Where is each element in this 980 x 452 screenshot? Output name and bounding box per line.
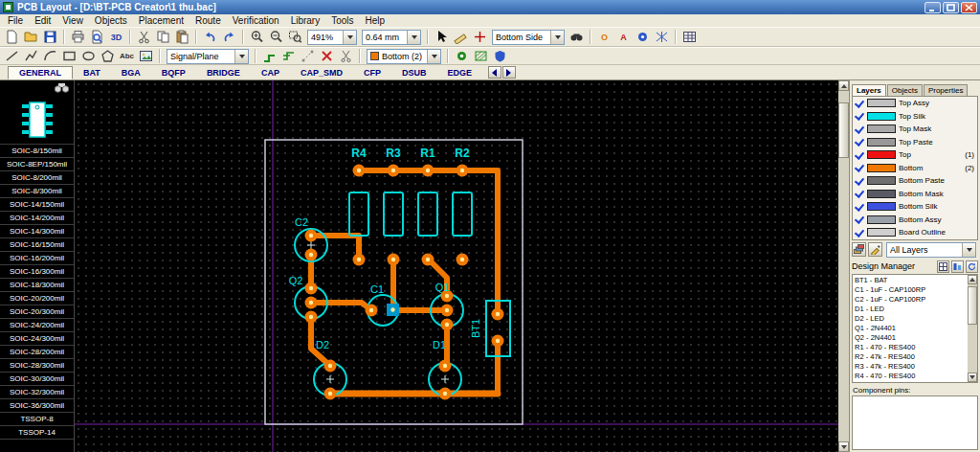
line-tool-button[interactable]: [3, 48, 21, 64]
component-list-scrollbar[interactable]: [968, 275, 977, 382]
image-tool-button[interactable]: [137, 48, 155, 64]
library-item[interactable]: SOIC-28/300mil: [0, 359, 74, 373]
tab-objects[interactable]: Objects: [887, 84, 923, 96]
chevron-down-icon[interactable]: [407, 31, 420, 44]
menu-objects[interactable]: Objects: [89, 15, 133, 26]
library-item[interactable]: SOIC-32/300mil: [0, 386, 74, 399]
arc-tool-button[interactable]: [41, 48, 59, 64]
paste-button[interactable]: [173, 29, 191, 45]
component-grid-button[interactable]: [937, 260, 949, 273]
component-list-item[interactable]: D2 - LED: [855, 314, 968, 324]
selected-pad[interactable]: [387, 304, 399, 316]
scroll-up-button[interactable]: [968, 275, 977, 284]
layer-filter-combo[interactable]: All Layers: [886, 242, 976, 258]
print-button[interactable]: [69, 29, 87, 45]
layer-visibility-checkbox[interactable]: [854, 215, 864, 225]
layer-color-swatch[interactable]: [867, 112, 896, 121]
component-list-item[interactable]: R4 - 470 - RES400: [855, 372, 968, 381]
menu-view[interactable]: View: [56, 15, 89, 26]
library-item[interactable]: SOIC-16/300mil: [0, 265, 74, 279]
layer-row[interactable]: Bottom Paste: [853, 174, 977, 188]
library-item[interactable]: SOIC-28/200mil: [0, 346, 74, 359]
library-item[interactable]: SOIC-36/300mil: [0, 399, 74, 413]
refresh-list-button[interactable]: [966, 260, 978, 273]
active-layer-combo[interactable]: Bottom (2): [367, 49, 441, 64]
layer-edit-button[interactable]: [868, 242, 882, 257]
tab-properties[interactable]: Properties: [924, 84, 968, 96]
library-item[interactable]: SOIC-8/300mil: [0, 185, 74, 198]
menu-tools[interactable]: Tools: [325, 15, 359, 26]
layer-visibility-checkbox[interactable]: [854, 149, 864, 160]
pcb-canvas[interactable]: R4 R3 R1 R2 C2 Q2 C1 Q1 D2 D1 BT1: [75, 80, 838, 452]
component-list-item[interactable]: BT1 - BAT: [855, 276, 968, 285]
new-document-button[interactable]: [3, 29, 21, 45]
scrollbar-track[interactable]: [968, 284, 977, 373]
cut-button[interactable]: [135, 29, 153, 45]
tab-cfp[interactable]: CFP: [353, 67, 391, 79]
grid-size-combo[interactable]: 0.64 mm: [362, 30, 421, 45]
layer-color-swatch[interactable]: [867, 164, 896, 172]
component-list-item[interactable]: C2 - 1uF - CAP100RP: [855, 295, 968, 305]
layer-color-swatch[interactable]: [867, 228, 896, 237]
chevron-down-icon[interactable]: [962, 243, 975, 257]
tab-layers[interactable]: Layers: [852, 84, 886, 96]
library-item[interactable]: SOIC-14/200mil: [0, 212, 74, 225]
save-button[interactable]: [41, 29, 59, 45]
scrollbar-thumb[interactable]: [968, 286, 977, 325]
component-table-button[interactable]: [680, 29, 699, 45]
library-item[interactable]: SOIC-20/300mil: [0, 305, 74, 319]
tab-scroll-right-button[interactable]: [502, 66, 516, 79]
scrollbar-thumb[interactable]: [838, 102, 849, 158]
library-item[interactable]: SOIC-16/200mil: [0, 252, 74, 265]
zoom-in-button[interactable]: [248, 29, 266, 45]
library-item[interactable]: SOIC-16/150mil: [0, 238, 74, 252]
tab-general[interactable]: GENERAL: [8, 66, 73, 79]
polyline-tool-button[interactable]: [22, 48, 40, 64]
tab-cap[interactable]: CAP: [251, 67, 290, 79]
scroll-down-button[interactable]: [968, 373, 977, 382]
scrollbar-track[interactable]: [838, 91, 849, 441]
layer-row[interactable]: Top Assy: [853, 97, 977, 110]
layer-color-swatch[interactable]: [867, 176, 896, 185]
chevron-down-icon[interactable]: [550, 31, 564, 44]
scroll-down-button[interactable]: [838, 441, 849, 452]
menu-library[interactable]: Library: [285, 15, 326, 26]
layer-color-swatch[interactable]: [867, 190, 896, 198]
layer-visibility-checkbox[interactable]: [854, 137, 864, 147]
ellipse-tool-button[interactable]: [79, 48, 98, 64]
undo-button[interactable]: [201, 29, 219, 45]
measure-tool-button[interactable]: [452, 29, 470, 45]
chevron-down-icon[interactable]: [427, 50, 440, 63]
layer-visibility-checkbox[interactable]: [854, 163, 864, 173]
zoom-out-button[interactable]: [267, 29, 285, 45]
layer-visibility-checkbox[interactable]: [854, 189, 864, 199]
component-list-item[interactable]: Q1 - 2N4401: [855, 324, 968, 333]
component-list-item[interactable]: Q2 - 2N4401: [855, 333, 968, 343]
ratline-tool-button[interactable]: [299, 48, 317, 64]
autoroute-button[interactable]: [279, 48, 298, 64]
library-item[interactable]: SOIC-8/150mil: [0, 145, 74, 158]
layer-row[interactable]: Top(1): [853, 148, 977, 162]
layer-row[interactable]: Bottom Assy: [853, 214, 977, 227]
sort-components-button[interactable]: [951, 260, 964, 273]
library-item[interactable]: TSSOP-14: [0, 426, 74, 440]
chevron-down-icon[interactable]: [343, 31, 356, 44]
layer-color-swatch[interactable]: [867, 99, 896, 107]
through-hole-pads[interactable]: [305, 165, 504, 400]
split-trace-button[interactable]: [337, 48, 355, 64]
print-preview-button[interactable]: [88, 29, 106, 45]
layer-color-swatch[interactable]: [867, 124, 896, 133]
tab-scroll-left-button[interactable]: [488, 66, 501, 79]
tab-dsub[interactable]: DSUB: [391, 67, 437, 79]
zoom-window-button[interactable]: [286, 29, 304, 45]
rectangle-tool-button[interactable]: [60, 48, 78, 64]
polygon-tool-button[interactable]: [99, 48, 117, 64]
component-list-item[interactable]: D1 - LED: [855, 305, 968, 314]
canvas-vertical-scrollbar[interactable]: [838, 80, 849, 452]
redo-button[interactable]: [220, 29, 238, 45]
ratsnest-button[interactable]: [653, 29, 671, 45]
layer-color-swatch[interactable]: [867, 215, 896, 224]
menu-file[interactable]: File: [2, 15, 29, 26]
unroute-button[interactable]: [318, 48, 336, 64]
via-tool-button[interactable]: [453, 48, 471, 64]
